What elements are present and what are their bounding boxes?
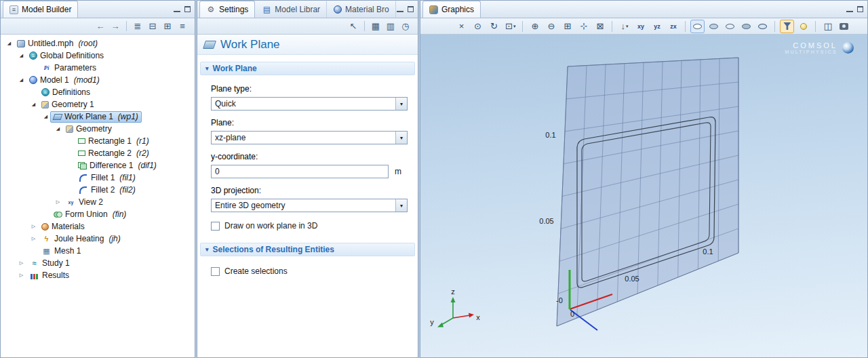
tree-item-content[interactable]: Geometry 1 [38, 99, 98, 111]
expand-arrow-icon[interactable]: ▷ [29, 224, 38, 229]
expand-arrow-icon[interactable]: ▷ [17, 260, 26, 266]
go-to-source-icon[interactable]: ↖ [347, 20, 360, 33]
tree-item[interactable]: ▷Joule Heating(jh) [1, 233, 195, 245]
minimize-panel-button[interactable] [174, 6, 180, 12]
tree-item[interactable]: ◢Work Plane 1(wp1) [1, 111, 195, 123]
tree-item-content[interactable]: Fillet 1(fil1) [75, 172, 139, 184]
tree-item-content[interactable]: Joule Heating(jh) [38, 233, 124, 245]
model-tree-filter-icon[interactable]: ≡ [176, 20, 189, 33]
create-selections-checkbox[interactable] [211, 267, 220, 276]
tree-item-content[interactable]: Rectangle 2(r2) [75, 148, 153, 159]
dropdown-arrow-icon[interactable]: ▾ [395, 98, 407, 110]
tree-item-content[interactable]: Untitled.mph(root) [14, 38, 101, 49]
select-box-icon[interactable]: ⊡▾ [503, 20, 517, 33]
tree-item[interactable]: ▷Results [1, 269, 195, 281]
tab-graphics[interactable]: Graphics [422, 1, 481, 18]
tree-item[interactable]: ◢Geometry 1 [1, 98, 195, 111]
collapse-arrow-icon[interactable]: ◢ [29, 102, 38, 107]
scene-color-icon[interactable] [796, 20, 810, 33]
collapse-all-icon[interactable]: ⊟ [146, 20, 159, 33]
tree-item[interactable]: ◢Global Definitions [1, 49, 195, 62]
draw-on-work-plane-checkbox[interactable] [211, 222, 220, 231]
tree-item[interactable]: Mesh 1 [1, 245, 195, 257]
collapse-arrow-icon[interactable]: ◢ [5, 41, 14, 46]
reset-hiding-icon[interactable]: ↻ [487, 20, 501, 33]
maximize-panel-button[interactable] [408, 6, 414, 12]
tree-item-content[interactable]: Fillet 2(fil2) [75, 184, 139, 196]
snapshot-icon[interactable] [837, 20, 851, 33]
clip-icon[interactable]: × [454, 20, 469, 33]
dropdown-arrow-icon[interactable]: ▾ [395, 132, 407, 144]
expand-all-icon[interactable]: ⊞ [161, 20, 174, 33]
back-icon[interactable]: ← [94, 20, 107, 33]
tree-item-content[interactable]: Materials [38, 221, 88, 233]
collapse-arrow-icon[interactable]: ◢ [17, 53, 26, 58]
graphics-canvas[interactable]: z x y COMSOL MULTIPHYSICS 0.10.05-000.05… [420, 35, 867, 357]
minimize-panel-button[interactable] [846, 6, 853, 12]
tree-item[interactable]: ▷View 2 [1, 196, 195, 208]
expand-arrow-icon[interactable]: ▷ [54, 199, 62, 205]
help-icon[interactable]: ◷ [399, 20, 412, 33]
section-header-0[interactable]: ▾Work Plane [200, 62, 415, 75]
tree-item[interactable]: ◢Model 1(mod1) [1, 74, 195, 86]
tree-item[interactable]: ▷Materials [1, 220, 195, 233]
zoom-extents-icon[interactable]: ⊹ [576, 20, 591, 33]
forward-icon[interactable]: → [108, 20, 122, 33]
tab-model-librar[interactable]: Model Librar [255, 1, 327, 18]
dropdown-arrow-icon[interactable]: ▾ [395, 199, 407, 212]
tree-item[interactable]: Difference 1(dif1) [1, 159, 195, 172]
tree-item-content[interactable]: Results [26, 270, 73, 281]
go-to-default-view-icon[interactable]: ↓▾ [617, 20, 631, 33]
wireframe-icon[interactable] [723, 20, 737, 33]
tree-item[interactable]: Rectangle 1(r1) [1, 135, 195, 147]
collapse-arrow-icon[interactable]: ◢ [41, 114, 50, 119]
tab-material-bro[interactable]: Material Bro [327, 1, 396, 18]
tree-item-content[interactable]: Form Union(fin) [50, 209, 130, 220]
tab-model-builder[interactable]: Model Builder [3, 1, 78, 18]
tree-item-content[interactable]: Difference 1(dif1) [75, 160, 160, 172]
visibility-icon[interactable]: ⊙ [471, 20, 485, 33]
tree-item[interactable]: Definitions [1, 86, 195, 98]
maximize-panel-button[interactable] [184, 6, 191, 12]
tree-item-content[interactable]: Study 1 [26, 258, 73, 269]
tree-item[interactable]: ◢Geometry [1, 123, 195, 135]
quick-edge-icon[interactable] [755, 20, 770, 33]
plane-select[interactable]: xz-plane▾ [211, 131, 408, 144]
zoom-in-icon[interactable]: ⊕ [528, 20, 542, 33]
tree-item-content[interactable]: View 2 [62, 197, 106, 208]
y-coordinate-input[interactable]: 0 [211, 165, 389, 178]
tree-item-content[interactable]: Rectangle 1(r1) [75, 136, 153, 147]
zoom-out-icon[interactable]: ⊖ [544, 20, 558, 33]
tree-item-content[interactable]: Geometry [62, 123, 115, 135]
tree-item[interactable]: Rectangle 2(r2) [1, 147, 195, 159]
build-selected-icon[interactable]: ▦ [369, 20, 382, 33]
create-selections-label[interactable]: Create selections [224, 266, 288, 276]
go-to-xy-view-icon[interactable]: xy [633, 20, 648, 33]
tree-item-content[interactable]: Parameters [38, 62, 100, 74]
tree-item-content[interactable]: Mesh 1 [38, 245, 84, 257]
go-to-yz-view-icon[interactable]: yz [650, 20, 664, 33]
tree-item-content[interactable]: Definitions [38, 87, 94, 98]
draw-on-work-plane-label[interactable]: Draw on work plane in 3D [224, 221, 317, 231]
plane-type-select[interactable]: Quick▾ [211, 97, 408, 111]
tree-item[interactable]: Fillet 2(fil2) [1, 184, 195, 196]
zoom-box-icon[interactable]: ⊞ [560, 20, 574, 33]
minimize-panel-button[interactable] [397, 6, 403, 12]
tree-item[interactable]: Fillet 1(fil1) [1, 172, 195, 184]
tree-item[interactable]: ▷Study 1 [1, 257, 195, 269]
tree-item[interactable]: Parameters [1, 62, 195, 74]
tree-item[interactable]: ◢Untitled.mph(root) [1, 37, 195, 49]
maximize-panel-button[interactable] [857, 6, 863, 12]
go-to-zx-view-icon[interactable]: zx [666, 20, 680, 33]
build-all-icon[interactable]: ▥ [384, 20, 397, 33]
section-header-1[interactable]: ▾Selections of Resulting Entities [200, 243, 415, 256]
tree-item-content[interactable]: Model 1(mod1) [26, 75, 103, 86]
collapse-arrow-icon[interactable]: ◢ [54, 126, 62, 132]
tree-item-content[interactable]: Global Definitions [26, 50, 107, 62]
show-menu-icon[interactable]: ≣ [131, 20, 144, 33]
quick-surface-icon[interactable] [739, 20, 753, 33]
selection-filter-icon[interactable] [780, 20, 794, 33]
split-window-icon[interactable]: ◫ [821, 20, 835, 33]
tree-item-content[interactable]: Work Plane 1(wp1) [50, 111, 142, 123]
transparency-icon[interactable] [707, 20, 721, 33]
